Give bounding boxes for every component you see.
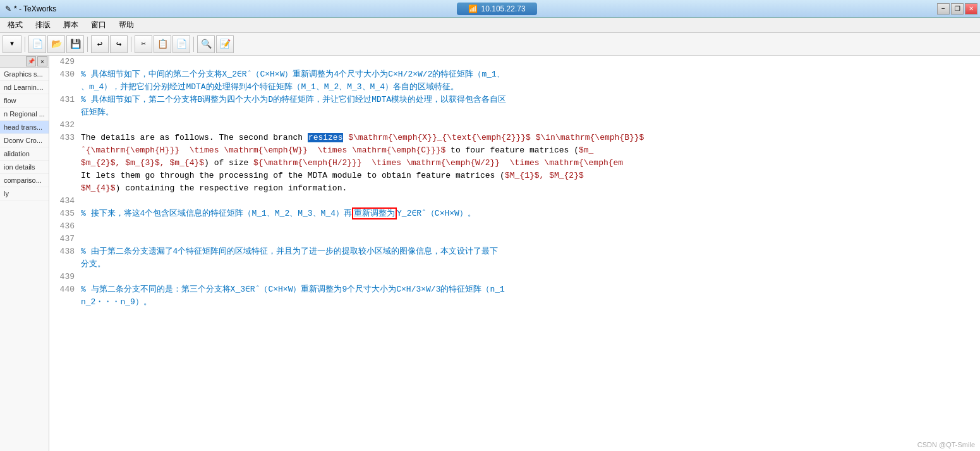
left-item-5[interactable]: Dconv Cro... [0,134,49,147]
editor-area[interactable]: 429 430 % 具体细节如下，中间的第二个分支将X_2∈Rˆ（C×H×W）重… [49,56,980,451]
minimize-button[interactable]: − [937,3,950,15]
line-number-432: 432 [49,119,81,132]
toolbar-open[interactable]: 📂 [47,35,65,53]
toolbar-redo[interactable]: ↪ [110,35,128,53]
server-address: 10.105.22.73 [481,4,526,13]
line-number-434: 434 [49,195,81,207]
left-item-7[interactable]: ion details [0,161,49,174]
left-item-6[interactable]: alidation [0,147,49,161]
line-number-438: 438 [49,245,81,258]
left-item-8[interactable]: compariso... [0,174,49,187]
left-item-4[interactable]: head trans... [0,121,49,134]
toolbar-sep1 [25,37,25,52]
app-icon: ✎ [5,4,11,13]
line-number-429: 429 [49,56,81,68]
table-row: 432 [49,119,980,132]
restore-button[interactable]: ❐ [951,3,964,15]
title-bar: ✎ * - TeXworks 📶 10.105.22.73 − ❐ ✕ [0,0,980,18]
table-row: 440 % 与第二条分支不同的是：第三个分支将X_3∈Rˆ（C×H×W）重新调整… [49,283,980,309]
line-number-437: 437 [49,233,81,245]
line-number-431: 431 [49,94,81,106]
table-row: 434 [49,195,980,207]
watermark: CSDN @QT-Smile [917,441,975,448]
left-item-0[interactable]: Graphics s... [0,68,49,81]
left-panel-items: Graphics s... nd Learning... flow n Regi… [0,68,49,451]
toolbar-spell[interactable]: 📝 [216,35,234,53]
table-row: 437 [49,233,980,245]
toolbar-new[interactable]: 📄 [28,35,46,53]
left-item-2[interactable]: flow [0,94,49,108]
line-content-431: % 具体细节如下，第二个分支将B调整为四个大小为D的特征矩阵，并让它们经过MDT… [81,94,953,119]
toolbar-save[interactable]: 💾 [66,35,84,53]
app-name-label: * - TeXworks [14,4,56,13]
toolbar-paste[interactable]: 📄 [172,35,190,53]
line-number-435: 435 [49,207,81,220]
table-row: 431 % 具体细节如下，第二个分支将B调整为四个大小为D的特征矩阵，并让它们经… [49,94,980,119]
toolbar-sep3 [131,37,131,52]
line-number-433: 433 [49,132,81,144]
left-item-9[interactable]: ly [0,187,49,201]
table-row: 433 The details are as follows. The seco… [49,132,980,195]
left-panel: 📌 ✕ Graphics s... nd Learning... flow n … [0,56,49,451]
toolbar-sep4 [193,37,194,52]
app-title: ✎ * - TeXworks [0,4,56,13]
panel-pin-button[interactable]: 📌 [26,56,36,66]
menu-script[interactable]: 脚本 [58,18,83,32]
red-rectangle-highlight: 重新调整为 [352,207,397,219]
toolbar-dropdown[interactable]: ▼ [3,35,21,53]
toolbar-cut[interactable]: ✂ [135,35,152,53]
menu-bar: 格式 排版 脚本 窗口 帮助 [0,18,980,33]
table-row: 436 [49,220,980,233]
close-button[interactable]: ✕ [965,3,977,15]
line-number-430: 430 [49,68,81,81]
left-item-1[interactable]: nd Learning... [0,81,49,94]
table-row: 430 % 具体细节如下，中间的第二个分支将X_2∈Rˆ（C×H×W）重新调整为… [49,68,980,94]
menu-format[interactable]: 格式 [3,18,28,32]
line-number-440: 440 [49,283,81,296]
main-layout: 📌 ✕ Graphics s... nd Learning... flow n … [0,56,980,451]
line-number-436: 436 [49,220,81,233]
toolbar: ▼ 📄 📂 💾 ↩ ↪ ✂ 📋 📄 🔍 📝 [0,33,980,56]
left-item-3[interactable]: n Regional ... [0,108,49,121]
table-row: 438 % 由于第二条分支遗漏了4个特征矩阵间的区域特征，并且为了进一步的提取较… [49,245,980,271]
line-number-439: 439 [49,271,81,283]
line-content-430: % 具体细节如下，中间的第二个分支将X_2∈Rˆ（C×H×W）重新调整为4个尺寸… [81,68,953,94]
line-content-438: % 由于第二条分支遗漏了4个特征矩阵间的区域特征，并且为了进一步的提取较小区域的… [81,245,953,271]
line-content-440: % 与第二条分支不同的是：第三个分支将X_3∈Rˆ（C×H×W）重新调整为9个尺… [81,283,953,309]
menu-help[interactable]: 帮助 [114,18,139,32]
line-content-435: % 接下来，将这4个包含区域信息的特征矩阵（M_1、M_2、M_3、M_4）再重… [81,207,980,220]
table-row: 439 [49,271,980,283]
menu-typeset[interactable]: 排版 [30,18,56,32]
server-indicator: 📶 10.105.22.73 [457,3,537,15]
toolbar-undo[interactable]: ↩ [91,35,109,53]
menu-window[interactable]: 窗口 [86,18,111,32]
toolbar-copy[interactable]: 📋 [154,35,171,53]
toolbar-find[interactable]: 🔍 [197,35,215,53]
highlighted-word-resizes: resizes [308,133,344,142]
signal-icon: 📶 [468,4,478,13]
toolbar-sep2 [87,37,88,52]
panel-close-button[interactable]: ✕ [37,56,47,66]
table-row: 435 % 接下来，将这4个包含区域信息的特征矩阵（M_1、M_2、M_3、M_… [49,207,980,220]
line-content-433: The details are as follows. The second b… [81,132,953,195]
left-panel-header: 📌 ✕ [0,56,49,68]
table-row: 429 [49,56,980,68]
window-controls[interactable]: − ❐ ✕ [937,3,980,15]
editor-content: 429 430 % 具体细节如下，中间的第二个分支将X_2∈Rˆ（C×H×W）重… [49,56,980,309]
